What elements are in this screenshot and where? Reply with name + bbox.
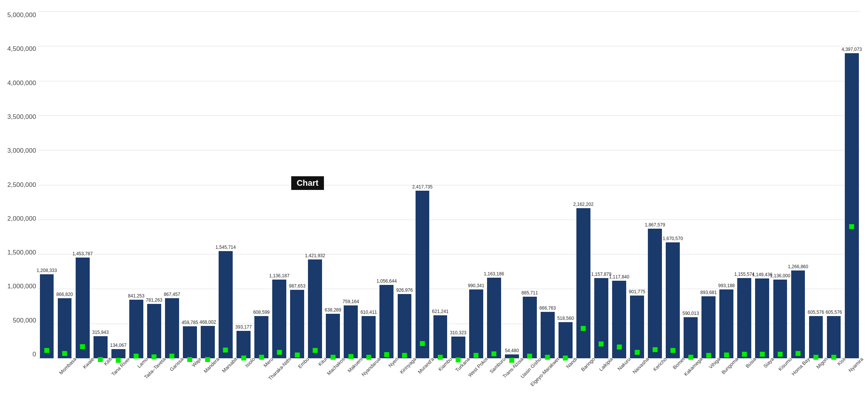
- bar-group: 54,480Uasin Gishu: [503, 11, 520, 358]
- y-axis-label: 5,000,000: [4, 11, 36, 19]
- bar-group: 993,188Busia: [718, 11, 735, 358]
- bar-value-label: 1,421,932: [305, 253, 325, 259]
- bar-group: 608,599Tharaka-Nithi: [253, 11, 270, 358]
- bar-value-label: 54,480: [505, 348, 519, 354]
- bar: [272, 280, 286, 358]
- bar-group: 1,163,186Trans-Nzoia: [485, 11, 503, 358]
- bar-secondary-marker: [617, 345, 622, 349]
- bar-value-label: 590,013: [682, 311, 699, 316]
- bar-secondary-marker: [778, 352, 782, 357]
- bar: [684, 317, 698, 358]
- bar: [308, 259, 322, 358]
- bar: [416, 191, 430, 358]
- bar-group: 1,056,644Kirinyaga: [378, 11, 395, 358]
- bar-group: 393,177Meru: [235, 11, 252, 358]
- bar-group: 759,164Nyandarua: [342, 11, 360, 358]
- bar-secondary-marker: [795, 351, 800, 356]
- bar-secondary-marker: [670, 348, 675, 353]
- bar: [165, 298, 179, 358]
- bar: [236, 331, 251, 358]
- bar: [487, 278, 501, 358]
- bar-secondary-marker: [366, 355, 371, 360]
- bar-group: 605,576Kisii: [807, 11, 825, 358]
- bar-value-label: 901,775: [629, 289, 645, 295]
- bar-value-label: 987,653: [289, 284, 305, 289]
- bar: [576, 208, 590, 358]
- bar: [129, 300, 143, 358]
- bar-group: 4,397,073Nairobi: [843, 11, 860, 358]
- bar-group: 666,763Nandi: [539, 11, 556, 358]
- bar-value-label: 1,266,860: [788, 264, 808, 270]
- bar-secondary-marker: [635, 350, 639, 355]
- bar: [541, 312, 555, 358]
- bar-secondary-marker: [688, 355, 693, 360]
- bar-group: 987,653Kitui: [289, 11, 306, 358]
- bar-value-label: 134,067: [110, 343, 127, 348]
- bar-group: 1,545,714Isiolo: [217, 11, 234, 358]
- bar-secondary-marker: [205, 357, 210, 362]
- bar-value-label: 1,453,787: [72, 251, 92, 257]
- bar-value-label: 605,576: [825, 310, 842, 315]
- bar-group: 1,867,579Bomet: [646, 11, 664, 358]
- bar-secondary-marker: [420, 341, 425, 346]
- bar-secondary-marker: [509, 358, 514, 363]
- bar-value-label: 781,263: [146, 298, 162, 303]
- bar: [773, 280, 787, 358]
- bar-secondary-marker: [706, 353, 711, 358]
- bar-value-label: 1,149,436: [752, 272, 772, 278]
- bar: [433, 315, 447, 358]
- bar: [58, 298, 72, 358]
- bar-value-label: 2,162,202: [573, 202, 593, 207]
- bar-secondary-marker: [456, 357, 461, 362]
- bar-value-label: 926,976: [396, 288, 413, 293]
- bar-secondary-marker: [330, 355, 335, 360]
- bars-container: 1,208,333Mombasa866,820Kwale1,453,787Kil…: [38, 11, 860, 358]
- bar-group: 990,341Samburu: [467, 11, 485, 358]
- bar: [201, 326, 215, 358]
- bar-group: 1,208,333Mombasa: [38, 11, 56, 358]
- bar-secondary-marker: [384, 352, 389, 357]
- bar-value-label: 1,157,879: [591, 272, 611, 277]
- bar-value-label: 4,397,073: [841, 47, 862, 52]
- bar-value-label: 1,208,333: [36, 268, 57, 274]
- bar-value-label: 885,711: [522, 291, 538, 296]
- bar: [451, 337, 465, 358]
- bar-value-label: 1,136,187: [269, 274, 289, 279]
- y-axis-label: 2,500,000: [4, 181, 36, 189]
- bar-secondary-marker: [527, 354, 532, 359]
- bar: [254, 316, 268, 358]
- bar-secondary-marker: [474, 353, 479, 358]
- bar: [845, 53, 859, 358]
- bar-value-label: 2,417,735: [412, 185, 432, 190]
- bar-value-label: 1,670,570: [663, 236, 683, 242]
- bar-group: 841,253Taita–Taveta: [127, 11, 145, 358]
- bar-group: 590,013Vihiga: [682, 11, 700, 358]
- bar-secondary-marker: [116, 358, 121, 363]
- bar-group: 1,155,574Siaya: [736, 11, 753, 358]
- bar-group: 1,421,932Machakos: [306, 11, 324, 358]
- bar-value-label: 893,681: [700, 290, 717, 296]
- bar-value-label: 310,323: [450, 330, 466, 336]
- bar-secondary-marker: [223, 348, 228, 353]
- bar: [219, 251, 233, 358]
- bar-secondary-marker: [814, 355, 819, 360]
- bar-secondary-marker: [134, 354, 139, 359]
- y-axis-label: 4,500,000: [4, 45, 36, 53]
- bar-group: 893,681Bungoma: [700, 11, 717, 358]
- bar-group: 926,976Murand'a: [396, 11, 413, 358]
- bar: [398, 294, 412, 358]
- bar-secondary-marker: [652, 347, 657, 352]
- bar-group: 1,266,860Migori: [789, 11, 807, 358]
- bar-group: 605,576Nyamira: [825, 11, 843, 358]
- bar-value-label: 841,253: [128, 294, 144, 299]
- bar-secondary-marker: [832, 355, 836, 360]
- bar-secondary-marker: [724, 353, 729, 357]
- bar-secondary-marker: [492, 351, 497, 356]
- bar-value-label: 666,763: [540, 306, 556, 311]
- bar: [666, 242, 680, 358]
- bar: [362, 316, 376, 358]
- bar-secondary-marker: [438, 355, 443, 360]
- bar: [183, 326, 197, 358]
- bar-value-label: 1,155,574: [734, 272, 754, 277]
- bar: [594, 278, 608, 358]
